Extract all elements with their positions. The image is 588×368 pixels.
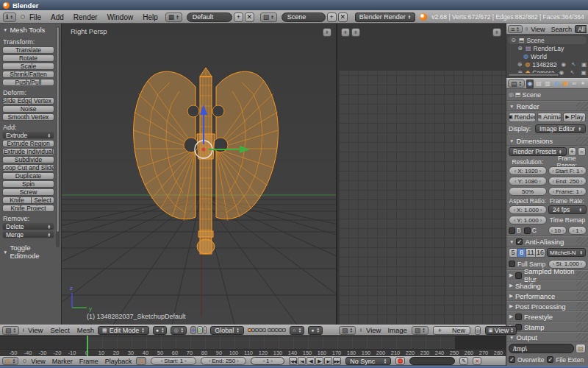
jump-to-start-button[interactable]: |◀◀	[289, 357, 297, 365]
tool-button[interactable]: Extrude Individual	[2, 148, 54, 155]
delete-keyframe-button[interactable]: ✕	[473, 357, 481, 365]
outliner-row-scene[interactable]: ⊖ ⬒ Scene	[508, 36, 587, 44]
tab-world[interactable]: ◍	[553, 79, 560, 88]
border-checkbox[interactable]	[509, 227, 515, 234]
jump-to-end-button[interactable]: ▶▶|	[333, 357, 341, 365]
overwrite-checkbox[interactable]: ✓	[509, 356, 515, 363]
tab-render-layers[interactable]: ▥	[544, 79, 551, 88]
file-extensions-checkbox[interactable]: ✓	[547, 356, 553, 363]
aa-samples-8-button[interactable]: 8	[517, 248, 526, 258]
screen-layout-browse-button[interactable]: ▦ ▲▼	[165, 13, 182, 22]
aa-samples-11-button[interactable]: 11	[526, 248, 536, 258]
knife-project-button[interactable]: Knife Project	[2, 205, 54, 212]
renderability-camera-icon[interactable]: ▣	[580, 61, 588, 68]
menu-item[interactable]: Window	[107, 13, 134, 21]
render-panel-header[interactable]: ▼ Render	[506, 101, 588, 111]
outliner-row-renderlayers[interactable]: ⊕ ▤ RenderLay	[506, 44, 588, 52]
frame-start-field[interactable]: ‹Start: 1›	[151, 357, 196, 365]
tool-button[interactable]: Smooth Vertex	[2, 113, 54, 121]
menu-item[interactable]: Search	[551, 26, 573, 33]
selectability-cursor-icon[interactable]: ↖	[568, 69, 577, 76]
uv-view-dropdown[interactable]: ▣ View ▲▼	[485, 326, 516, 335]
transform-orientation-dropdown[interactable]: Global ▲▼	[210, 326, 243, 335]
header-collapse-circle-icon[interactable]	[360, 328, 362, 332]
outliner-row-world[interactable]: ◍ World	[506, 52, 588, 60]
menu-item[interactable]: Select	[50, 326, 69, 334]
menu-item[interactable]: Image	[387, 326, 406, 334]
pin-icon[interactable]: ◎	[509, 91, 514, 98]
expand-icon[interactable]: ⊕	[517, 61, 523, 68]
pin-image-button[interactable]: ◎	[475, 326, 481, 335]
menu-item[interactable]: Frame	[79, 358, 98, 365]
stamp-panel-header[interactable]: ▶ Stamp	[506, 322, 588, 332]
delete-menu-button[interactable]: Delete ▲▼	[2, 223, 54, 230]
aa-filter-dropdown[interactable]: Mitchell-N ▲▼	[547, 248, 586, 257]
render-engine-dropdown[interactable]: Blender Render ▲▼	[355, 13, 416, 22]
header-collapse-circle-icon[interactable]	[21, 15, 25, 19]
menu-item[interactable]: Add	[51, 13, 64, 21]
tool-button[interactable]: Push/Pull	[2, 79, 54, 86]
full-sample-checkbox[interactable]	[509, 261, 515, 267]
screen-layout-name-field[interactable]: Default	[187, 13, 232, 22]
tool-button[interactable]: Scale	[2, 63, 54, 70]
region-split-plus-button[interactable]: +	[351, 28, 360, 37]
viewport-3d[interactable]: z y Right Persp (1) 1348282037_SketchupD…	[62, 24, 336, 325]
aspect-y-field[interactable]: ‹Y: 1.000›	[509, 216, 547, 224]
editor-type-3dview-button[interactable]: ▧ ▲▼	[2, 326, 19, 335]
tool-button[interactable]: Spin	[2, 180, 54, 188]
file-browse-button[interactable]: ▤	[576, 344, 586, 353]
editor-type-properties-button[interactable]: ▤ ▲▼	[508, 79, 525, 88]
frame-end-field[interactable]: ‹End: 250›	[201, 357, 246, 365]
sampled-motion-blur-checkbox[interactable]	[515, 272, 522, 279]
render-still-button[interactable]: ▣ Render	[509, 113, 536, 122]
viewport-shading-dropdown[interactable]: ● ▲▼	[153, 326, 168, 335]
menu-item[interactable]: Playback	[105, 358, 132, 365]
region-split-plus-button[interactable]: +	[323, 28, 331, 37]
tool-shelf-scrollbar[interactable]	[56, 26, 60, 247]
tool-button[interactable]: Subdivide	[2, 156, 54, 163]
mesh-tools-panel-header[interactable]: ▼ Mesh Tools	[0, 24, 61, 36]
resolution-y-field[interactable]: ‹Y: 1080›	[509, 177, 547, 185]
insert-keyframe-button[interactable]: ✎	[459, 357, 468, 365]
menu-item[interactable]: Help	[143, 13, 158, 21]
remap-old-field[interactable]: ‹10›	[548, 226, 567, 235]
resolution-percent-field[interactable]: 50%	[509, 187, 547, 196]
tool-button[interactable]: Duplicate	[2, 172, 54, 180]
sync-dropdown[interactable]: No Sync ▲▼	[345, 357, 391, 365]
current-frame-marker[interactable]	[87, 336, 88, 356]
tab-modifiers[interactable]: ✶	[579, 79, 587, 88]
remap-new-field[interactable]: ‹1›	[568, 226, 587, 235]
previous-keyframe-button[interactable]: |◀	[298, 357, 306, 365]
shading-panel-header[interactable]: ▶ Shading	[506, 280, 588, 291]
render-animation-button[interactable]: ▤ Anima	[537, 113, 562, 122]
outliner-row-mesh-object[interactable]: ⊕ ◍ 13482820 ◉ ↖ ▣	[506, 60, 588, 68]
tool-button[interactable]: Screw	[2, 188, 54, 196]
sampled-motion-blur-panel-header[interactable]: ▶ Sampled Motion Blur	[506, 270, 588, 280]
tab-scene[interactable]: ▤	[535, 79, 542, 88]
pivot-center-dropdown[interactable]: ◎ ▲▼	[171, 326, 187, 335]
tool-button[interactable]: Noise	[2, 105, 54, 113]
visibility-eye-icon[interactable]: ◉	[559, 61, 567, 68]
freestyle-checkbox[interactable]	[515, 314, 522, 320]
aspect-x-field[interactable]: ‹X: 1.000›	[509, 205, 547, 214]
manipulator-rotate-button[interactable]: ⟳	[197, 326, 203, 334]
outliner-scrollbar[interactable]	[508, 73, 559, 77]
header-collapse-circle-icon[interactable]	[23, 328, 24, 332]
knife-button[interactable]: Knife	[2, 197, 32, 204]
tool-button[interactable]: Rotate	[2, 54, 54, 62]
manipulator-scale-button[interactable]: ▫	[204, 326, 207, 334]
extrude-menu-button[interactable]: Extrude ▲▼	[2, 132, 54, 139]
expand-icon[interactable]: ⊕	[517, 45, 523, 52]
output-path-field[interactable]: /tmp\	[509, 344, 574, 353]
performance-panel-header[interactable]: ▶ Performance	[506, 291, 588, 301]
add-scene-button[interactable]: +	[327, 13, 337, 22]
auto-keyframe-record-button[interactable]	[395, 357, 405, 365]
add-layout-button[interactable]: +	[234, 13, 243, 22]
tool-button[interactable]: Extrude Region	[2, 140, 54, 147]
keying-set-field[interactable]	[409, 357, 455, 365]
display-mode-dropdown[interactable]: Image Editor ▲▼	[535, 124, 586, 133]
current-frame-field[interactable]: ‹Frame: 1›	[548, 187, 587, 196]
uv-image-editor[interactable]: + + +	[336, 24, 506, 325]
freestyle-panel-header[interactable]: ▶ Freestyle	[506, 311, 588, 322]
play-button[interactable]: ▶	[315, 357, 323, 365]
